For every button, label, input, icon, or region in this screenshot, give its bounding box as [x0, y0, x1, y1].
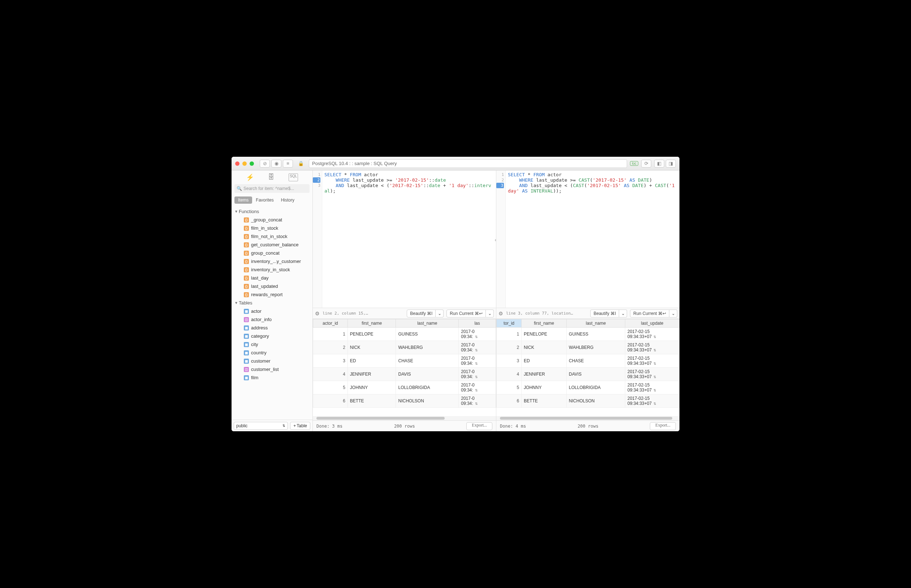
cell[interactable]: JENNIFER [522, 368, 567, 381]
tree-item-table[interactable]: ▦address [231, 324, 312, 332]
sidebar-right-toggle[interactable]: ◨ [666, 160, 676, 168]
cell[interactable]: WAHLBERG [396, 341, 459, 354]
cell[interactable]: NICK [522, 341, 567, 354]
run-dropdown[interactable]: ⌄ [486, 310, 494, 317]
horizontal-scrollbar[interactable] [313, 416, 496, 420]
table-row[interactable]: 5JOHNNYLOLLOBRIGIDA2017-02-1509:34:33+07… [497, 381, 680, 394]
tree-item-table[interactable]: ▦actor [231, 307, 312, 315]
sort-icon[interactable]: ⇅ [653, 375, 656, 379]
sort-icon[interactable]: ⇅ [653, 335, 656, 339]
run-button[interactable]: Run Current ⌘↩ [630, 310, 669, 317]
cell[interactable]: BETTE [522, 394, 567, 408]
tree-item-table[interactable]: ▦customer [231, 357, 312, 365]
search-input[interactable]: 🔍 Search for item: ^name$... [234, 184, 310, 193]
cell[interactable]: CHASE [566, 354, 625, 368]
cell[interactable]: 2017-02-1509:34:33+07 ⇅ [625, 394, 680, 408]
preview-button[interactable]: ◉ [271, 160, 281, 168]
section-functions[interactable]: ▼Functions [231, 207, 312, 216]
cell[interactable]: ED [347, 354, 396, 368]
tab-items[interactable]: Items [234, 197, 252, 204]
cell[interactable]: 3 [313, 354, 348, 368]
cell[interactable]: NICHOLSON [396, 394, 459, 408]
cell[interactable]: 6 [497, 394, 522, 408]
cell[interactable]: 2017-02-1509:34:33+07 ⇅ [625, 368, 680, 381]
sort-icon[interactable]: ⇅ [475, 402, 478, 405]
cell[interactable]: GUINESS [396, 328, 459, 341]
tree-item-function[interactable]: {}inventory_...y_customer [231, 257, 312, 265]
cell[interactable]: 2017-009:34: ⇅ [459, 368, 496, 381]
column-header[interactable]: last_name [566, 319, 625, 328]
export-button[interactable]: Export... [466, 422, 492, 430]
refresh-button[interactable]: ⟳ [641, 160, 651, 168]
tree-item-function[interactable]: {}_group_concat [231, 216, 312, 224]
cell[interactable]: ED [522, 354, 567, 368]
add-table-button[interactable]: +Table [290, 422, 310, 430]
splitter-handle[interactable] [495, 239, 496, 241]
cell[interactable]: PENELOPE [522, 328, 567, 341]
tree-item-function[interactable]: {}last_day [231, 274, 312, 282]
table-row[interactable]: 3EDCHASE2017-02-1509:34:33+07 ⇅ [497, 354, 680, 368]
table-row[interactable]: 6BETTENICHOLSON2017-009:34: ⇅ [313, 394, 496, 408]
back-button[interactable]: ⊘ [260, 160, 270, 168]
cell[interactable]: 2017-009:34: ⇅ [459, 328, 496, 341]
table-row[interactable]: 6BETTENICHOLSON2017-02-1509:34:33+07 ⇅ [497, 394, 680, 408]
section-tables[interactable]: ▼Tables [231, 299, 312, 307]
column-header[interactable]: first_name [347, 319, 396, 328]
column-header[interactable]: las [459, 319, 496, 328]
table-row[interactable]: 2NICKWAHLBERG2017-009:34: ⇅ [313, 341, 496, 354]
cell[interactable]: 2017-02-1509:34:33+07 ⇅ [625, 354, 680, 368]
table-row[interactable]: 4JENNIFERDAVIS2017-009:34: ⇅ [313, 368, 496, 381]
cell[interactable]: BETTE [347, 394, 396, 408]
run-dropdown[interactable]: ⌄ [669, 310, 677, 317]
cell[interactable]: LOLLOBRIGIDA [396, 381, 459, 394]
schema-select[interactable]: public⇅ [234, 422, 288, 430]
sort-icon[interactable]: ⇅ [475, 389, 478, 392]
tree-item-function[interactable]: {}film_in_stock [231, 224, 312, 232]
cell[interactable]: 1 [313, 328, 348, 341]
sql-editor[interactable]: 123SELECT * FROM actor WHERE last_update… [496, 170, 680, 308]
result-grid[interactable]: tor_idfirst_namelast_namelast_update1PEN… [496, 318, 680, 416]
cell[interactable]: 4 [313, 368, 348, 381]
table-row[interactable]: 4JENNIFERDAVIS2017-02-1509:34:33+07 ⇅ [497, 368, 680, 381]
cell[interactable]: 2017-009:34: ⇅ [459, 341, 496, 354]
table-row[interactable]: 5JOHNNYLOLLOBRIGIDA2017-009:34: ⇅ [313, 381, 496, 394]
column-header[interactable]: tor_id [497, 319, 522, 328]
column-header[interactable]: last_name [396, 319, 459, 328]
table-row[interactable]: 1PENELOPEGUINESS2017-009:34: ⇅ [313, 328, 496, 341]
tree-item-table[interactable]: ▦category [231, 332, 312, 340]
column-header[interactable]: actor_id [313, 319, 348, 328]
sidebar-left-toggle[interactable]: ◧ [654, 160, 664, 168]
sql-editor[interactable]: 123SELECT * FROM actor WHERE last_update… [313, 170, 496, 308]
cell[interactable]: PENELOPE [347, 328, 396, 341]
cell[interactable]: 2017-009:34: ⇅ [459, 394, 496, 408]
cell[interactable]: 6 [313, 394, 348, 408]
cell[interactable]: 2017-02-1509:34:33+07 ⇅ [625, 341, 680, 354]
cell[interactable]: 2017-009:34: ⇅ [459, 354, 496, 368]
tree-item-table[interactable]: ▦film [231, 373, 312, 382]
cell[interactable]: 2 [313, 341, 348, 354]
sort-icon[interactable]: ⇅ [653, 402, 656, 405]
tree-item-function[interactable]: {}group_concat [231, 249, 312, 257]
cell[interactable]: WAHLBERG [566, 341, 625, 354]
zoom-window[interactable] [250, 162, 254, 166]
connection-icon[interactable]: ⚡ [246, 173, 254, 181]
cell[interactable]: 2 [497, 341, 522, 354]
cell[interactable]: GUINESS [566, 328, 625, 341]
tree-item-table[interactable]: ◫actor_info [231, 315, 312, 324]
sort-icon[interactable]: ⇅ [653, 389, 656, 392]
sort-icon[interactable]: ⇅ [475, 375, 478, 379]
table-row[interactable]: 2NICKWAHLBERG2017-02-1509:34:33+07 ⇅ [497, 341, 680, 354]
column-header[interactable]: first_name [522, 319, 567, 328]
tree-item-function[interactable]: {}get_customer_balance [231, 241, 312, 249]
lock-icon[interactable]: 🔒 [296, 160, 306, 168]
tree-item-function[interactable]: {}rewards_report [231, 291, 312, 299]
cell[interactable]: 2017-02-1509:34:33+07 ⇅ [625, 381, 680, 394]
tree-item-function[interactable]: {}inventory_in_stock [231, 265, 312, 274]
database-icon[interactable]: 🗄 [268, 173, 275, 181]
table-row[interactable]: 1PENELOPEGUINESS2017-02-1509:34:33+07 ⇅ [497, 328, 680, 341]
cell[interactable]: JOHNNY [347, 381, 396, 394]
tab-favorites[interactable]: Favorites [252, 197, 277, 204]
beautify-button[interactable]: Beautify ⌘I [590, 310, 619, 317]
cell[interactable]: 5 [497, 381, 522, 394]
tree-item-table[interactable]: ▦country [231, 349, 312, 357]
